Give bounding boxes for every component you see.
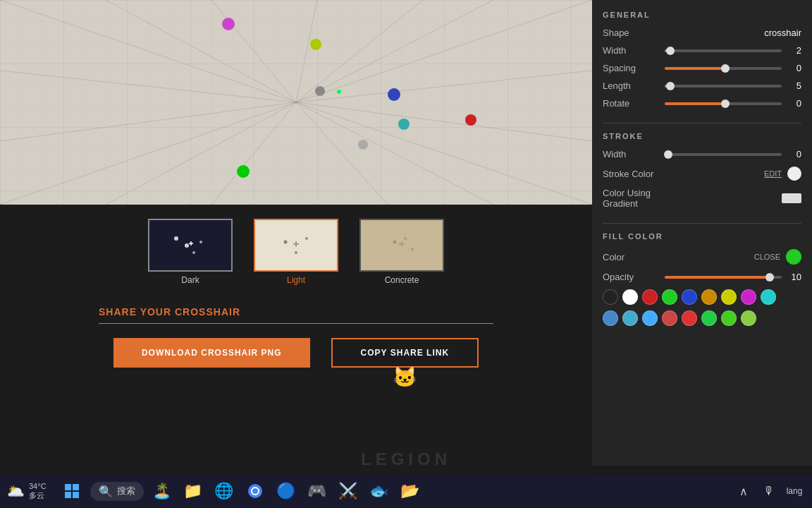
svg-rect-36 — [65, 484, 71, 490]
svg-point-23 — [192, 251, 195, 254]
opacity-slider[interactable] — [665, 276, 782, 279]
taskbar-battle-app[interactable]: ⚔️ — [336, 478, 361, 504]
opacity-label: Opacity — [603, 272, 659, 282]
svg-rect-39 — [73, 492, 79, 498]
lang-button[interactable]: lang — [784, 480, 805, 502]
ball-green — [237, 165, 250, 178]
ball-blue — [388, 88, 400, 101]
swatch-cyan[interactable] — [761, 289, 776, 305]
fill-color-circle[interactable] — [786, 249, 801, 265]
stroke-title: STROKE — [603, 132, 801, 140]
taskbar-right: ∧ 🎙 lang — [733, 480, 805, 502]
svg-point-31 — [393, 240, 397, 243]
taskbar-steam-app[interactable]: 🎮 — [304, 478, 330, 504]
opacity-row: Opacity 10 — [603, 272, 801, 282]
swatch-rose[interactable] — [662, 310, 677, 326]
swatch-black[interactable] — [603, 289, 618, 305]
share-section: SHARE YOUR CROSSHAIR DOWNLOAD CROSSHAIR … — [0, 306, 592, 368]
swatch-blue[interactable] — [682, 289, 697, 305]
color-row: Color CLOSE — [603, 249, 801, 265]
width-row: Width 2 — [603, 45, 801, 56]
opacity-value: 10 — [787, 272, 801, 282]
swatch-white[interactable] — [622, 289, 638, 305]
swatch-sky-blue[interactable] — [603, 310, 618, 326]
taskbar-files-app[interactable]: 📁 — [180, 478, 206, 504]
windows-icon — [63, 483, 80, 500]
svg-point-42 — [252, 488, 258, 494]
ball-green-yellow — [310, 39, 321, 50]
gradient-color-box — [782, 193, 801, 203]
stroke-width-value: 0 — [787, 149, 801, 159]
grid-svg — [0, 0, 592, 205]
shape-label: Shape — [603, 28, 659, 38]
swatch-red[interactable] — [642, 289, 658, 305]
concrete-card-label: Concrete — [385, 275, 419, 285]
general-divider — [603, 123, 801, 123]
stroke-divider — [603, 223, 801, 224]
shape-value: crosshair — [764, 28, 801, 38]
stroke-color-circle[interactable] — [787, 167, 801, 181]
taskbar: 🌥️ 34°C 多云 🔍 搜索 🏝️ 📁 🌐 🔵 — [0, 474, 812, 508]
weather-temp: 34°C — [29, 482, 47, 490]
mic-button[interactable]: 🎙 — [758, 480, 780, 502]
bottom-section: Dark Light — [0, 205, 592, 508]
taskbar-island-app[interactable]: 🏝️ — [149, 478, 175, 504]
rotate-label: Rotate — [603, 98, 659, 109]
swatch-green[interactable] — [662, 289, 677, 305]
taskbar-chrome-app[interactable] — [242, 478, 268, 504]
stroke-edit-button[interactable]: EDIT — [764, 169, 782, 178]
windows-start-button[interactable] — [59, 478, 85, 504]
swatch-teal[interactable] — [622, 310, 638, 326]
color-swatch-row-1 — [603, 289, 801, 305]
width-slider[interactable] — [665, 49, 782, 52]
fish-icon: 🐟 — [369, 482, 388, 500]
light-preview-img — [254, 219, 338, 272]
spacing-slider[interactable] — [665, 67, 782, 70]
gradient-row: Color Using Gradient — [603, 188, 801, 209]
preview-card-light[interactable]: Light — [254, 219, 338, 285]
search-icon: 🔍 — [99, 485, 113, 498]
preview-cards: Dark Light — [0, 205, 592, 299]
preview-card-dark[interactable]: Dark — [148, 219, 233, 285]
weather-icon: 🌥️ — [7, 483, 25, 500]
color-close-button[interactable]: CLOSE — [754, 253, 780, 261]
stroke-width-slider[interactable] — [665, 153, 782, 156]
preview-card-concrete[interactable]: Concrete — [359, 219, 444, 285]
taskbar-search[interactable]: 🔍 搜索 — [90, 482, 144, 501]
share-title: SHARE YOUR CROSSHAIR — [99, 306, 493, 318]
chevron-up-button[interactable]: ∧ — [733, 480, 754, 502]
swatch-lime[interactable] — [701, 310, 717, 326]
weather-desc: 多云 — [29, 490, 47, 501]
download-crosshair-button[interactable]: DOWNLOAD CROSSHAIR PNG — [113, 338, 310, 368]
island-icon: 🏝️ — [152, 482, 171, 500]
length-value: 5 — [787, 80, 801, 91]
taskbar-edge2-app[interactable]: 🔵 — [273, 478, 299, 504]
swatch-yellow[interactable] — [721, 289, 737, 305]
concrete-preview-img — [359, 219, 444, 272]
length-label: Length — [603, 80, 659, 91]
swatch-yellow-green[interactable] — [741, 310, 756, 326]
stroke-section: STROKE Width 0 Stroke Color EDIT Color U… — [603, 132, 801, 209]
taskbar-edge-app[interactable]: 🌐 — [211, 478, 237, 504]
taskbar-fish-app[interactable]: 🐟 — [367, 478, 392, 504]
edge-icon: 🌐 — [214, 482, 233, 500]
copy-share-link-button[interactable]: COPY SHARE LINK — [331, 338, 479, 368]
swatch-orange[interactable] — [701, 289, 717, 305]
svg-point-20 — [174, 236, 178, 241]
swatch-crimson[interactable] — [682, 310, 697, 326]
swatch-light-blue[interactable] — [642, 310, 658, 326]
share-divider — [99, 323, 493, 324]
dark-preview-img — [148, 219, 233, 272]
stroke-color-row: Stroke Color EDIT — [603, 167, 801, 181]
rotate-row: Rotate 0 — [603, 98, 801, 109]
swatch-magenta[interactable] — [741, 289, 756, 305]
avatar-cursor: 🐱 — [393, 365, 417, 389]
color-swatch-row-2 — [603, 310, 801, 326]
share-buttons: DOWNLOAD CROSSHAIR PNG COPY SHARE LINK 🐱 — [99, 338, 493, 368]
rotate-slider[interactable] — [665, 102, 782, 105]
shape-row: Shape crosshair — [603, 28, 801, 38]
swatch-spring-green[interactable] — [721, 310, 737, 326]
length-slider[interactable] — [665, 85, 782, 87]
right-panel: GENERAL Shape crosshair Width 2 Spacing — [592, 0, 812, 466]
taskbar-folder-app[interactable]: 📂 — [398, 478, 423, 504]
